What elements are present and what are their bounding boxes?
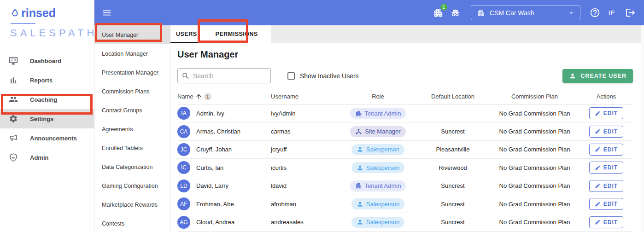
edit-button[interactable]: EDIT bbox=[589, 162, 623, 174]
role-chip: Salesperson bbox=[351, 198, 404, 209]
submenu-item-contests[interactable]: Contests bbox=[94, 214, 170, 232]
notification-badge: 1 bbox=[440, 4, 447, 11]
sidebar-item-announcements[interactable]: Announcements bbox=[0, 128, 94, 148]
edit-button-label: EDIT bbox=[603, 183, 618, 189]
tab-users[interactable]: USERS bbox=[170, 25, 203, 43]
username-cell: carmas bbox=[271, 128, 340, 135]
plan-cell: No Grad Commission Plan bbox=[490, 219, 580, 226]
submenu-item-agreements[interactable]: Agreements bbox=[94, 120, 170, 139]
sidebar-item-admin[interactable]: Admin bbox=[0, 148, 94, 167]
role-icon bbox=[355, 110, 362, 117]
plan-cell: No Grad Commission Plan bbox=[490, 164, 580, 171]
sidebar-item-reports[interactable]: Reports bbox=[0, 70, 94, 90]
help-button[interactable] bbox=[590, 7, 600, 18]
username-cell: IvyAdmin bbox=[271, 110, 340, 117]
edit-button[interactable]: EDIT bbox=[589, 107, 623, 119]
avatar: IC bbox=[177, 161, 190, 174]
impersonate-button[interactable] bbox=[450, 7, 461, 18]
table-row: JC Cruyff, Johan jcryuff Salesperson Ple… bbox=[177, 141, 633, 159]
submenu-item-label: Enrolled Tablets bbox=[102, 145, 143, 151]
table-row: IC Curtis, Ian icurtis Salesperson River… bbox=[177, 159, 633, 177]
username-cell: jcryuff bbox=[271, 146, 340, 153]
role-cell: Tenant Admin bbox=[340, 108, 416, 119]
sort-order-badge: 1 bbox=[204, 93, 211, 100]
user-name: Frohman, Abe bbox=[196, 201, 234, 208]
location-cell: Suncrest bbox=[416, 201, 490, 208]
edit-button[interactable]: EDIT bbox=[589, 180, 623, 192]
pencil-icon bbox=[595, 201, 601, 207]
plan-cell: No Grad Commission Plan bbox=[490, 110, 580, 117]
sidebar-item-settings[interactable]: Settings bbox=[0, 109, 94, 128]
role-cell: Salesperson bbox=[340, 162, 416, 173]
role-cell: Salesperson bbox=[340, 198, 416, 209]
column-header-name[interactable]: Name 1 bbox=[177, 93, 271, 100]
sidebar-item-coaching[interactable]: Coaching bbox=[0, 90, 94, 109]
submenu-item-contact-groups[interactable]: Contact Groups bbox=[94, 101, 170, 120]
role-label: Salesperson bbox=[366, 146, 399, 153]
column-header-username[interactable]: Username bbox=[271, 93, 340, 100]
edit-button[interactable]: EDIT bbox=[589, 144, 623, 156]
tenant-building-button[interactable]: 1 bbox=[433, 7, 444, 18]
column-header-role[interactable]: Role bbox=[340, 93, 416, 100]
menu-icon[interactable] bbox=[102, 8, 112, 18]
tenant-selector[interactable]: CSM Car Wash bbox=[471, 5, 580, 20]
sidebar-item-label: Coaching bbox=[30, 96, 57, 103]
coaching-icon bbox=[9, 95, 18, 104]
brand-logo: rinsed SALESPATH bbox=[0, 0, 94, 42]
submenu-item-label: Commission Plans bbox=[102, 88, 150, 95]
avatar: AG bbox=[177, 216, 190, 229]
sidebar: rinsed SALESPATH Dashboard Reports Coach… bbox=[0, 0, 94, 232]
submenu-item-enrolled-tablets[interactable]: Enrolled Tablets bbox=[94, 139, 170, 157]
tab-permissions[interactable]: PERMISSIONS bbox=[210, 25, 263, 43]
edit-button[interactable]: EDIT bbox=[589, 126, 623, 138]
column-header-location[interactable]: Default Location bbox=[416, 93, 490, 100]
brand-name: rinsed bbox=[21, 6, 56, 20]
column-header-plan[interactable]: Commission Plan bbox=[490, 93, 580, 100]
table-row: AF Frohman, Abe afrohman Salesperson Sun… bbox=[177, 195, 633, 213]
submenu-item-gaming-configuration[interactable]: Gaming Configuration bbox=[94, 176, 170, 195]
role-icon bbox=[357, 146, 363, 153]
search-input[interactable] bbox=[193, 72, 267, 80]
submenu-item-user-manager[interactable]: User Manager bbox=[94, 25, 170, 44]
scrollbar[interactable] bbox=[641, 25, 644, 232]
role-cell: Site Manager bbox=[340, 126, 416, 137]
user-name: Gloud, Andrea bbox=[196, 219, 234, 226]
create-user-button[interactable]: CREATE USER bbox=[562, 69, 633, 83]
submenu-item-commission-plans[interactable]: Commission Plans bbox=[94, 82, 170, 101]
edit-button[interactable]: EDIT bbox=[589, 216, 623, 228]
submenu-item-marketplace-rewards[interactable]: Marketplace Rewards bbox=[94, 195, 170, 214]
help-icon bbox=[590, 7, 600, 18]
app-window: rinsed SALESPATH Dashboard Reports Coach… bbox=[0, 0, 644, 232]
show-inactive-checkbox[interactable] bbox=[287, 72, 295, 80]
role-cell: Tenant Admin bbox=[340, 180, 416, 191]
incognito-icon bbox=[450, 7, 461, 18]
plan-cell: No Grad Commission Plan bbox=[490, 146, 580, 153]
role-label: Salesperson bbox=[366, 201, 399, 208]
user-name: Armas, Christian bbox=[196, 128, 240, 135]
show-inactive-toggle[interactable]: Show Inactive Users bbox=[287, 72, 359, 80]
avatar: AF bbox=[177, 197, 190, 210]
table-row: IA Admin, Ivy IvyAdmin Tenant Admin No G… bbox=[177, 104, 633, 122]
table-row: AG Gloud, Andrea andreasales Salesperson… bbox=[177, 213, 633, 231]
tab-bar-filler bbox=[271, 25, 644, 43]
edit-button-label: EDIT bbox=[603, 201, 618, 207]
edit-button-label: EDIT bbox=[603, 110, 618, 116]
role-label: Salesperson bbox=[366, 219, 399, 226]
person-icon bbox=[569, 72, 576, 80]
name-cell: LD David, Larry bbox=[177, 180, 271, 192]
pencil-icon bbox=[595, 146, 601, 152]
location-cell: Suncrest bbox=[416, 182, 490, 189]
submenu-item-label: Location Manager bbox=[102, 51, 148, 57]
sidebar-item-dashboard[interactable]: Dashboard bbox=[0, 51, 94, 70]
edit-button[interactable]: EDIT bbox=[589, 198, 623, 210]
submenu-item-location-manager[interactable]: Location Manager bbox=[94, 44, 170, 63]
user-initials[interactable]: IE bbox=[609, 9, 615, 17]
create-user-label: CREATE USER bbox=[580, 73, 626, 79]
name-cell: AF Frohman, Abe bbox=[177, 197, 271, 210]
logout-button[interactable] bbox=[625, 7, 636, 18]
submenu-item-data-categorization[interactable]: Data Categorization bbox=[94, 157, 170, 176]
plan-cell: No Grad Commission Plan bbox=[490, 182, 580, 189]
page-title: User Manager bbox=[177, 49, 633, 60]
sidebar-nav: Dashboard Reports Coaching Settings Anno… bbox=[0, 51, 94, 167]
submenu-item-presentation-manager[interactable]: Presentation Manager bbox=[94, 63, 170, 82]
